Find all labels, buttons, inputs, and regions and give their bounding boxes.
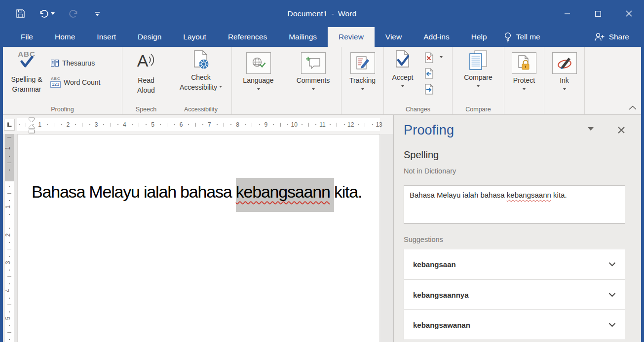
comments-button[interactable]: Comments bbox=[285, 47, 341, 105]
thesaurus-button[interactable]: Thesaurus bbox=[50, 58, 100, 68]
language-button[interactable]: Language bbox=[232, 47, 285, 105]
window-frame-right bbox=[641, 47, 644, 342]
suggestion-chevron-icon[interactable] bbox=[608, 262, 616, 267]
pane-sentence-box[interactable]: Bahasa Melayu ialah bahasa kebangsaann k… bbox=[404, 185, 625, 224]
tab-view[interactable]: View bbox=[375, 27, 413, 47]
horizontal-ruler-bar[interactable]: 12345678910111213 bbox=[17, 118, 380, 131]
tab-help[interactable]: Help bbox=[460, 27, 498, 47]
ribbon-group-protect: Protect bbox=[504, 47, 544, 114]
tracking-dropdown-icon bbox=[361, 88, 364, 92]
first-line-indent-marker[interactable] bbox=[28, 117, 35, 123]
tab-design[interactable]: Design bbox=[127, 27, 172, 47]
pane-close-button[interactable] bbox=[617, 126, 625, 134]
compare-button[interactable]: Compare bbox=[453, 47, 504, 105]
check-accessibility-button[interactable]: CheckAccessibility bbox=[170, 47, 231, 105]
tab-insert[interactable]: Insert bbox=[86, 27, 127, 47]
tab-references[interactable]: References bbox=[217, 27, 278, 47]
previous-change-icon bbox=[424, 68, 434, 79]
group-label-speech: Speech bbox=[122, 106, 170, 113]
accept-icon bbox=[394, 50, 411, 71]
ribbon-group-language: Language bbox=[232, 47, 285, 114]
group-label-changes: Changes bbox=[384, 106, 452, 113]
share-button[interactable]: Share bbox=[594, 27, 629, 47]
next-change-button[interactable] bbox=[424, 83, 443, 95]
ribbon-group-proofing: ABC Spelling &Grammar Thesaurus ABC 123 … bbox=[3, 47, 122, 114]
accept-button[interactable]: Accept bbox=[386, 47, 419, 105]
read-aloud-icon: A bbox=[137, 50, 155, 74]
close-button[interactable] bbox=[613, 0, 644, 27]
ruler-strip: 12345678910111213 bbox=[3, 115, 393, 134]
document-region: 12345678910111213 112345 Bahasa Melayu i… bbox=[3, 115, 393, 342]
maximize-button[interactable] bbox=[583, 0, 613, 27]
tab-mailings[interactable]: Mailings bbox=[278, 27, 328, 47]
suggestion-word: kebangsaan bbox=[413, 260, 608, 269]
next-change-icon bbox=[424, 84, 434, 95]
previous-change-button[interactable] bbox=[424, 68, 443, 79]
read-aloud-button[interactable]: A ReadAloud bbox=[122, 47, 170, 105]
suggestions-list: kebangsaan kebangsaannya kebangsawanan bbox=[404, 249, 625, 340]
hanging-indent-marker[interactable] bbox=[28, 124, 35, 129]
left-indent-marker[interactable] bbox=[28, 129, 35, 134]
document-text-line[interactable]: Bahasa Melayu ialah bahasa kebangsaann k… bbox=[32, 180, 362, 204]
ribbon-filler bbox=[585, 47, 644, 114]
tab-add-ins[interactable]: Add-ins bbox=[413, 27, 460, 47]
reject-button[interactable] bbox=[424, 52, 443, 64]
protect-button[interactable]: Protect bbox=[504, 47, 544, 105]
misspelled-word[interactable]: kebangsaann bbox=[236, 182, 330, 201]
tab-layout[interactable]: Layout bbox=[172, 27, 217, 47]
suggestion-chevron-icon[interactable] bbox=[608, 293, 616, 297]
tab-file[interactable]: File bbox=[10, 27, 44, 47]
comments-dropdown-icon bbox=[312, 88, 315, 92]
minimize-button[interactable] bbox=[552, 0, 583, 27]
ribbon-tabs: File Home Insert Design Layout Reference… bbox=[10, 27, 498, 47]
title-bar: Document1-Word bbox=[0, 0, 644, 27]
document-text-before: Bahasa Melayu ialah bahasa bbox=[32, 182, 236, 201]
group-label-accessibility: Accessibility bbox=[170, 106, 231, 113]
reject-icon bbox=[424, 52, 434, 63]
suggestions-label: Suggestions bbox=[404, 236, 625, 243]
pane-sentence-error: kebangsaann bbox=[507, 191, 551, 199]
protect-dropdown-icon bbox=[523, 88, 526, 92]
collapse-ribbon-button[interactable] bbox=[628, 103, 637, 112]
pane-dropdown-icon[interactable] bbox=[588, 127, 594, 134]
ribbon-group-ink: Ink bbox=[544, 47, 585, 114]
tab-stop-l-icon bbox=[6, 122, 12, 128]
tracking-button[interactable]: Tracking bbox=[341, 47, 383, 105]
suggestion-row[interactable]: kebangsaan bbox=[404, 249, 625, 279]
spelling-grammar-button[interactable]: ABC Spelling &Grammar bbox=[3, 47, 50, 105]
vertical-ruler[interactable]: 112345 bbox=[5, 134, 14, 342]
ink-dropdown-icon bbox=[563, 88, 566, 92]
tab-review[interactable]: Review bbox=[328, 27, 375, 47]
suggestion-chevron-icon[interactable] bbox=[608, 323, 616, 327]
ribbon: ABC Spelling &Grammar Thesaurus ABC 123 … bbox=[0, 47, 644, 115]
protect-icon bbox=[512, 52, 536, 74]
proofing-pane-header: Proofing bbox=[404, 122, 625, 138]
maximize-icon bbox=[595, 11, 601, 17]
suggestion-word: kebangsaannya bbox=[413, 291, 608, 299]
document-selection[interactable]: kebangsaann bbox=[236, 178, 334, 212]
ribbon-group-changes: Accept Changes bbox=[384, 47, 453, 114]
document-page[interactable]: Bahasa Melayu ialah bahasa kebangsaann k… bbox=[17, 134, 380, 342]
group-label-compare: Compare bbox=[453, 106, 504, 113]
ribbon-group-comments: Comments bbox=[285, 47, 341, 114]
tracking-icon bbox=[350, 52, 375, 74]
proofing-pane: Proofing Spelling Not in Dictionary Baha… bbox=[393, 115, 641, 342]
ink-button[interactable]: Ink bbox=[544, 47, 584, 105]
lightbulb-icon bbox=[504, 32, 512, 42]
pane-section-title: Spelling bbox=[404, 149, 625, 161]
tell-me-button[interactable]: Tell me bbox=[504, 27, 540, 47]
accept-dropdown-icon bbox=[401, 85, 404, 89]
comments-icon bbox=[301, 52, 326, 74]
check-accessibility-dropdown-icon bbox=[219, 86, 222, 89]
word-count-button[interactable]: ABC 123 Word Count bbox=[50, 77, 100, 88]
tab-stop-selector[interactable] bbox=[4, 119, 15, 131]
suggestion-row[interactable]: kebangsawanan bbox=[404, 309, 625, 340]
pane-close-icon bbox=[617, 126, 625, 134]
pane-sentence-before: Bahasa Melayu ialah bahasa bbox=[410, 191, 507, 199]
thesaurus-book-icon bbox=[50, 59, 59, 67]
collapse-ribbon-icon bbox=[628, 105, 637, 110]
ribbon-tab-row: File Home Insert Design Layout Reference… bbox=[0, 27, 644, 47]
suggestion-row[interactable]: kebangsaannya bbox=[404, 279, 625, 309]
pane-not-in-dictionary-label: Not in Dictionary bbox=[404, 167, 625, 175]
tab-home[interactable]: Home bbox=[44, 27, 86, 47]
